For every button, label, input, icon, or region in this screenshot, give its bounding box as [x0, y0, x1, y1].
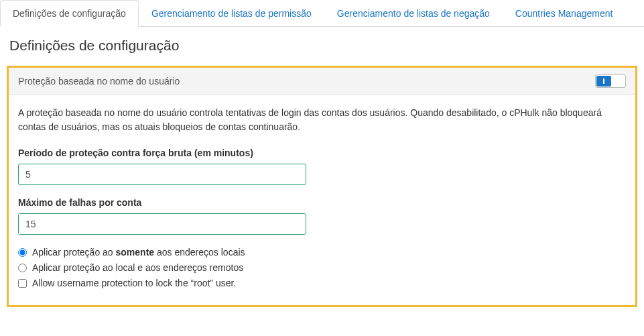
radio-local-only-label[interactable]: Aplicar proteção ao somente aos endereço… — [32, 247, 245, 258]
max-failures-input[interactable] — [18, 213, 306, 235]
tab-config[interactable]: Definições de configuração — [0, 0, 139, 27]
radio-local-bold: somente — [116, 247, 155, 258]
protection-toggle[interactable] — [595, 74, 626, 88]
radio-local-remote-row: Aplicar proteção ao local e aos endereço… — [18, 262, 626, 273]
radio-local-pre: Aplicar proteção ao — [32, 247, 116, 258]
lock-root-row: Allow username protection to lock the “r… — [18, 278, 626, 288]
tab-blacklist[interactable]: Gerenciamento de listas de negação — [324, 0, 503, 26]
panel-body: A proteção baseada no nome do usuário co… — [9, 95, 635, 305]
max-failures-label: Máximo de falhas por conta — [18, 197, 626, 208]
radio-local-only[interactable] — [18, 248, 27, 257]
brute-force-period-input[interactable] — [18, 164, 306, 185]
tab-whitelist[interactable]: Gerenciamento de listas de permissão — [139, 0, 324, 26]
tabs-bar: Definições de configuração Gerenciamento… — [0, 0, 644, 27]
radio-local-remote-label[interactable]: Aplicar proteção ao local e aos endereço… — [32, 262, 243, 273]
page-title: Definições de configuração — [0, 27, 644, 66]
radio-local-remote[interactable] — [18, 264, 27, 272]
radio-local-post: aos endereços locais — [154, 247, 245, 258]
username-protection-panel: Proteção baseada no nome do usuário A pr… — [7, 66, 637, 307]
tab-countries[interactable]: Countries Management — [503, 0, 626, 26]
lock-root-label[interactable]: Allow username protection to lock the “r… — [32, 278, 236, 288]
radio-local-only-row: Aplicar proteção ao somente aos endereço… — [18, 247, 626, 258]
toggle-on-icon — [596, 76, 611, 87]
brute-force-period-label: Período de proteção contra força bruta (… — [18, 148, 626, 158]
lock-root-checkbox[interactable] — [18, 279, 27, 288]
panel-header-title: Proteção baseada no nome do usuário — [18, 76, 180, 87]
protection-description: A proteção baseada no nome do usuário co… — [18, 106, 626, 134]
panel-header: Proteção baseada no nome do usuário — [9, 68, 635, 95]
